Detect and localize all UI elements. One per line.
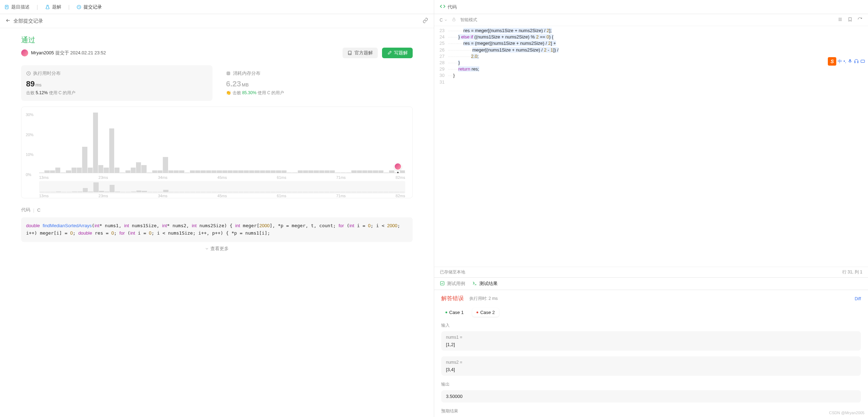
edit-icon: [387, 50, 392, 55]
cursor-position: 行 31, 列 1: [842, 269, 862, 275]
back-label: 全部提交记录: [13, 18, 43, 24]
dots-icon[interactable]: •,: [843, 59, 846, 64]
runtime-beats: 5.12%: [36, 90, 48, 95]
submitted-time: 2024.02.21 23:52: [70, 50, 106, 55]
case-1-tab[interactable]: Case 1: [441, 308, 468, 317]
link-icon[interactable]: [423, 18, 428, 24]
input-label: 输入: [441, 322, 861, 328]
chevron-down-icon: [205, 247, 209, 251]
official-solution-button[interactable]: 官方题解: [343, 48, 378, 58]
user-marker: [394, 163, 402, 170]
save-status: 已存储至本地: [440, 269, 465, 275]
left-tabs: 题目描述 | 题解 | 提交记录: [0, 0, 434, 14]
runtime-chart: 30%20%10%0% 13ms23ms34ms45ms61ms71ms82ms…: [21, 107, 413, 198]
avatar[interactable]: [21, 49, 28, 56]
username-link[interactable]: Mryan2005: [31, 50, 54, 55]
book-icon: [347, 50, 352, 55]
output-value: 3.50000: [441, 390, 861, 403]
code-section-label: 代码: [21, 207, 30, 213]
svg-rect-6: [227, 72, 230, 75]
headphone-icon[interactable]: [854, 59, 859, 65]
tab-description[interactable]: 题目描述: [4, 1, 30, 13]
result-status: 解答错误: [441, 295, 464, 302]
expected-label: 预期结果: [441, 408, 861, 414]
keyboard-icon[interactable]: [860, 59, 865, 65]
list-icon[interactable]: [838, 17, 843, 23]
tab-solution[interactable]: 题解: [45, 1, 61, 13]
view-more-button[interactable]: 查看更多: [21, 242, 413, 255]
chevron-down-icon: [444, 18, 448, 22]
flask-icon: [45, 5, 50, 10]
clock-icon: [26, 71, 31, 76]
memory-beats: 85.30%: [242, 90, 257, 95]
tab-submissions-label: 提交记录: [84, 4, 102, 10]
chart-minimap[interactable]: [39, 181, 405, 194]
check-square-icon: [440, 281, 445, 287]
tab-testcase[interactable]: 测试用例: [440, 280, 465, 287]
code-editor[interactable]: 23············res = meger[(nums1Size + n…: [434, 26, 868, 267]
svg-rect-15: [855, 61, 855, 63]
runtime-value: 89: [26, 79, 35, 88]
arrow-left-icon: [6, 18, 11, 24]
output-label: 输出: [441, 381, 861, 387]
svg-rect-14: [849, 59, 851, 61]
history-icon: [76, 5, 81, 10]
runtime-card[interactable]: 执行用时分布 89ms 击败 5.12% 使用 C 的用户: [21, 65, 213, 101]
tab-description-label: 题目描述: [11, 4, 30, 10]
floating-toolbar[interactable]: S 中 •,: [827, 56, 866, 66]
input-nums1: nums1 = [1,2]: [441, 331, 861, 351]
submitted-code: double findMedianSortedArrays(int* nums1…: [21, 217, 413, 242]
tab-code[interactable]: 代码: [440, 4, 457, 10]
terminal-icon: [472, 281, 477, 287]
svg-rect-8: [453, 19, 455, 21]
tab-submissions[interactable]: 提交记录: [76, 1, 102, 13]
document-icon: [4, 5, 9, 10]
back-button[interactable]: 全部提交记录: [6, 18, 43, 24]
case-2-tab[interactable]: Case 2: [472, 308, 499, 317]
mic-icon[interactable]: [848, 59, 852, 65]
diff-button[interactable]: Diff: [855, 296, 861, 301]
svg-rect-12: [440, 281, 444, 285]
tab-solution-label: 题解: [52, 4, 61, 10]
status-accepted: 通过: [21, 35, 413, 45]
input-nums2: nums2 = [3,4]: [441, 356, 861, 376]
result-runtime: 执行用时: 2 ms: [469, 296, 498, 302]
mode-label[interactable]: 智能模式: [460, 17, 477, 23]
memory-value: 6.23: [226, 79, 241, 88]
code-lang-label: C: [37, 207, 40, 213]
lock-icon[interactable]: [452, 17, 456, 23]
tab-testresult[interactable]: 测试结果: [472, 280, 498, 287]
bookmark-icon[interactable]: [848, 17, 852, 23]
memory-icon: [226, 71, 231, 76]
watermark: CSDN @Mryan2005: [829, 411, 864, 415]
memory-card[interactable]: 消耗内存分布 6.23MB 👏 击败 85.30% 使用 C 的用户: [221, 65, 412, 101]
write-solution-button[interactable]: 写题解: [382, 48, 413, 58]
svg-rect-7: [228, 73, 229, 74]
sogou-logo-icon[interactable]: S: [828, 57, 836, 66]
code-icon: [440, 4, 445, 10]
svg-rect-16: [857, 61, 858, 63]
svg-rect-17: [861, 60, 865, 62]
reset-icon[interactable]: [857, 17, 862, 23]
language-selector[interactable]: C: [440, 18, 448, 23]
